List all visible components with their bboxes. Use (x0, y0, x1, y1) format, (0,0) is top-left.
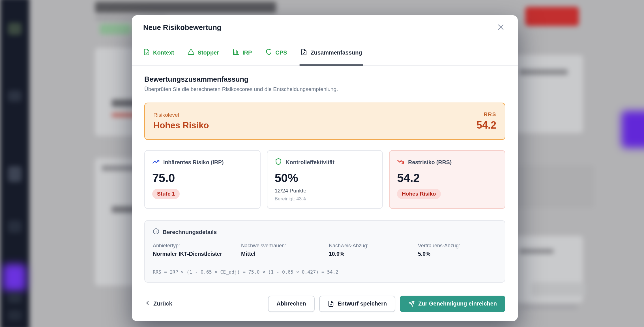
points-text: 12/24 Punkte (275, 188, 375, 194)
section-subheading: Überprüfen Sie die berechneten Risikosco… (144, 86, 505, 92)
tab-irp[interactable]: IRP (233, 40, 252, 65)
tab-label: IRP (242, 49, 252, 56)
field-value: Normaler IKT-Dienstleister (153, 251, 241, 257)
dialog-header: Neue Risikobewertung (132, 15, 518, 40)
back-label: Zurück (153, 300, 172, 307)
field-nachweis-abzug: Nachweis-Abzug: 10.0% (329, 243, 418, 257)
risk-level-label: Risikolevel (153, 112, 209, 118)
dialog-footer: Zurück Abbrechen Entwurf speichern Zur G… (132, 286, 518, 321)
tab-label: Stopper (198, 49, 219, 56)
card-title: Restrisiko (RRS) (408, 159, 452, 166)
risk-level-banner: Risikolevel Hohes Risiko RRS 54.2 (144, 103, 505, 140)
shield-icon (265, 49, 272, 57)
bar-chart-icon (233, 49, 239, 57)
calculation-details-box: Berechnungsdetails Anbietertyp: Normaler… (144, 220, 505, 283)
background-status-badge-blob (100, 24, 131, 34)
file-check-icon (300, 49, 307, 57)
cancel-button[interactable]: Abbrechen (268, 296, 314, 312)
warning-triangle-icon (188, 49, 194, 57)
submit-label: Zur Genehmigung einreichen (418, 300, 497, 307)
field-label: Nachweisvertrauen: (241, 243, 329, 249)
shield-icon (275, 158, 282, 167)
sidebar-nav-blurred (0, 0, 29, 327)
background-text-blob (520, 69, 568, 75)
field-value: 5.0% (418, 251, 497, 257)
sidebar-icon-blob (8, 220, 22, 233)
details-fields: Anbietertyp: Normaler IKT-Dienstleister … (153, 243, 497, 257)
send-icon (408, 300, 415, 307)
dialog-title: Neue Risikobewertung (143, 23, 221, 32)
dialog-tabs: Kontext Stopper IRP CPS (132, 40, 518, 66)
save-draft-label: Entwurf speichern (338, 300, 387, 307)
background-button-blob (531, 282, 585, 297)
risk-score-label: RRS (476, 111, 496, 118)
sidebar-active-item-purple-blob (3, 264, 26, 291)
card-inherent-risk: Inhärentes Risiko (IRP) 75.0 Stufe 1 (144, 150, 261, 209)
card-control-effectiveness: Kontrolleffektivität 50% 12/24 Punkte Be… (267, 150, 383, 209)
rrs-formula: RRS = IRP × (1 - 0.65 × CE_adj) = 75.0 ×… (153, 264, 497, 275)
tab-kontext[interactable]: Kontext (143, 40, 174, 65)
card-value: 54.2 (397, 171, 497, 185)
background-page-title-blob (95, 2, 276, 13)
trending-up-icon (152, 158, 160, 167)
field-label: Nachweis-Abzug: (329, 243, 418, 249)
info-icon (153, 228, 159, 236)
risk-level-badge: Hohes Risiko (397, 189, 441, 199)
file-check-icon (328, 300, 334, 307)
summary-step-content: Bewertungszusammenfassung Überprüfen Sie… (132, 66, 518, 286)
back-button[interactable]: Zurück (144, 300, 172, 307)
field-value: Mittel (241, 251, 329, 257)
field-anbietertyp: Anbietertyp: Normaler IKT-Dienstleister (153, 243, 241, 257)
trending-down-icon (397, 158, 404, 167)
background-danger-button-blob (525, 7, 579, 26)
card-value: 50% (275, 171, 375, 185)
risk-score-value: 54.2 (476, 119, 496, 131)
details-title: Berechnungsdetails (163, 229, 217, 235)
risk-score-right: RRS 54.2 (476, 111, 496, 131)
background-section (509, 165, 594, 208)
tab-label: Zusammenfassung (310, 49, 362, 56)
background-text-blob (521, 305, 577, 309)
background-text-blob (520, 249, 553, 254)
risk-level-left: Risikolevel Hohes Risiko (153, 112, 209, 131)
tab-label: Kontext (153, 49, 174, 56)
background-card (509, 55, 583, 133)
screen: Neue Risikobewertung Kontext Stopper (0, 0, 644, 327)
sidebar-icon-blob (8, 310, 22, 320)
sidebar-icon-blob (8, 90, 22, 102)
field-value: 10.0% (329, 251, 418, 257)
sidebar-icon-blob (8, 293, 22, 303)
stage-badge: Stufe 1 (152, 189, 180, 199)
cancel-label: Abbrechen (276, 300, 306, 307)
card-value: 75.0 (152, 171, 253, 185)
field-nachweisvertrauen: Nachweisvertrauen: Mittel (241, 243, 329, 257)
tab-zusammenfassung[interactable]: Zusammenfassung (300, 40, 362, 65)
field-label: Anbietertyp: (153, 243, 241, 249)
card-residual-risk: Restrisiko (RRS) 54.2 Hohes Risiko (389, 150, 505, 209)
field-label: Vertrauens-Abzug: (418, 243, 497, 249)
risk-level-value: Hohes Risiko (153, 120, 209, 131)
field-vertrauens-abzug: Vertrauens-Abzug: 5.0% (418, 243, 497, 257)
risk-assessment-dialog: Neue Risikobewertung Kontext Stopper (132, 15, 518, 321)
card-title: Kontrolleffektivität (286, 159, 334, 166)
tab-label: CPS (275, 49, 287, 56)
card-title: Inhärentes Risiko (IRP) (163, 159, 224, 166)
footer-actions: Abbrechen Entwurf speichern Zur Genehmig… (268, 296, 505, 312)
sidebar-logo-blob (8, 23, 22, 35)
adjusted-text: Bereinigt: 43% (275, 196, 375, 202)
file-check-icon (143, 49, 150, 57)
chevron-left-icon (144, 300, 151, 307)
background-purple-widget (621, 111, 644, 148)
tab-cps[interactable]: CPS (265, 40, 287, 65)
score-cards-row: Inhärentes Risiko (IRP) 75.0 Stufe 1 Kon… (144, 150, 505, 209)
submit-for-approval-button[interactable]: Zur Genehmigung einreichen (400, 296, 505, 312)
tab-stopper[interactable]: Stopper (188, 40, 219, 65)
close-button[interactable] (495, 22, 506, 33)
close-icon (497, 23, 505, 32)
sidebar-icon-blob (8, 166, 22, 182)
save-draft-button[interactable]: Entwurf speichern (319, 296, 395, 312)
section-heading: Bewertungszusammenfassung (144, 75, 505, 83)
